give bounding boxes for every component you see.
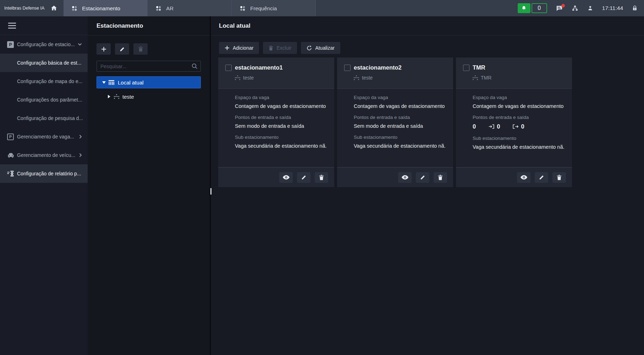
tree-node-local-atual[interactable]: Local atual (97, 76, 201, 88)
alert-dot (561, 4, 565, 7)
eye-icon (402, 175, 408, 180)
bell-icon (518, 3, 530, 13)
tab-frequencia[interactable]: Frequência (232, 0, 316, 16)
exit-count: 0 (513, 123, 524, 130)
card-checkbox[interactable] (463, 65, 469, 71)
home-button[interactable] (44, 0, 64, 16)
button-label: Atualizar (315, 45, 334, 51)
sidebar-item-configuracao-pesquisa[interactable]: Configuração de pesquisa d... (0, 109, 88, 127)
sidebar-item-label: Configuração de relatório p... (17, 171, 81, 176)
card-body: Espaço da vaga Contagem de vagas de esta… (337, 89, 453, 167)
estacionamento-panel: Estacionamento (88, 16, 211, 355)
plus-icon (101, 47, 106, 52)
sidebar-item-label: Gerenciamento de veícu... (17, 152, 75, 158)
panel-title: Estacionamento (88, 16, 210, 36)
atualizar-button[interactable]: Atualizar (301, 42, 340, 54)
user-icon (587, 5, 593, 11)
trash-icon (557, 175, 562, 180)
user-button[interactable] (587, 5, 593, 11)
edit-button[interactable] (416, 172, 429, 183)
parking-card-estacionamento1: estacionamento1 teste Espaço da vaga Con… (218, 58, 334, 187)
field-value: Contagem de vagas de estacionamento ... (473, 103, 564, 109)
sidebar-item-configuracao-basica[interactable]: Configuração básica de est... (0, 54, 88, 72)
eye-icon (283, 175, 290, 180)
tab-label: Estacionamento (82, 5, 120, 11)
sidebar-item-label: Configuração básica de est... (17, 60, 81, 66)
field-label: Espaço da vaga (235, 95, 326, 100)
card-checkbox[interactable] (225, 65, 232, 71)
sidebar-item-configuracao-relatorio[interactable]: Configuração de relatório p... (0, 164, 88, 183)
report-icon (7, 170, 17, 177)
clock: 17:11:44 (602, 5, 623, 11)
tab-label: AR (166, 5, 174, 11)
card-header: estacionamento2 teste (337, 58, 453, 89)
sidebar-item-label: Configuração de mapa do e... (17, 78, 82, 84)
delete-button[interactable] (434, 172, 447, 183)
trash-icon (269, 45, 273, 51)
adicionar-button[interactable]: Adicionar (219, 42, 259, 54)
trash-icon (438, 175, 443, 180)
card-body: Espaço da vaga Contagem de vagas de esta… (456, 89, 572, 167)
main-title: Local atual (212, 16, 644, 36)
edit-button[interactable] (297, 172, 310, 183)
collapse-menu-button[interactable] (0, 16, 88, 35)
pencil-icon (301, 175, 307, 180)
card-title: estacionamento1 (235, 64, 283, 71)
count-value: 0 (473, 123, 476, 130)
sidebar-item-configuracao-mapa[interactable]: Configuração de mapa do e... (0, 72, 88, 91)
tree-node-label: teste (122, 94, 134, 100)
parking-filled-icon: P (7, 41, 17, 48)
field-label: Pontos de entrada e saída (235, 115, 326, 120)
edit-button[interactable] (535, 172, 548, 183)
view-button[interactable] (279, 172, 293, 183)
tab-estacionamento[interactable]: Estacionamento (64, 0, 148, 16)
sidebar-item-gerenciamento-vagas[interactable]: P Gerenciamento de vaga... (0, 127, 88, 146)
trash-icon (138, 46, 143, 52)
caret-down-icon[interactable] (102, 81, 108, 84)
count-value: 0 (521, 123, 524, 130)
sidebar-item-gerenciamento-veiculos[interactable]: Gerenciamento de veícu... (0, 146, 88, 164)
parking-card-tmr: TMR TMR Espaço da vaga Contagem de vagas… (456, 58, 572, 187)
view-button[interactable] (517, 172, 530, 183)
field-label: Sub estacionamento (354, 135, 445, 140)
pencil-icon (420, 175, 425, 180)
card-footer (218, 167, 334, 187)
add-button[interactable] (97, 43, 111, 55)
topbar-right-cluster: 0 17:11:44 (518, 0, 644, 16)
tree-node-teste[interactable]: teste (88, 91, 210, 103)
search-input[interactable] (97, 61, 201, 72)
total-count: 0 (473, 123, 476, 130)
card-checkbox[interactable] (344, 65, 351, 71)
parking-outline-icon: P (7, 133, 17, 140)
tab-ar[interactable]: AR (148, 0, 232, 16)
button-label: Excluir (276, 45, 291, 51)
delete-button[interactable] (133, 43, 148, 55)
parking-card-estacionamento2: estacionamento2 teste Espaço da vaga Con… (337, 58, 453, 187)
edit-button[interactable] (115, 43, 129, 55)
excluir-button[interactable]: Excluir (263, 42, 297, 54)
home-icon (50, 5, 57, 12)
devices-button[interactable] (572, 5, 578, 11)
menu-icon (8, 23, 16, 29)
sidebar-item-configuracao-estacionamento[interactable]: P Configuração de estacio... (0, 35, 88, 54)
svg-text:P: P (9, 135, 12, 139)
card-header: TMR TMR (456, 58, 572, 89)
sidebar-item-configuracao-parametros[interactable]: Configurações dos parâmet... (0, 91, 88, 109)
module-tabs: Estacionamento AR Frequência (64, 0, 316, 16)
car-icon (7, 152, 17, 158)
card-body: Espaço da vaga Contagem de vagas de esta… (218, 89, 334, 167)
caret-right-icon[interactable] (108, 95, 114, 98)
grid-icon (155, 5, 161, 11)
lock-button[interactable] (632, 5, 638, 11)
delete-button[interactable] (552, 172, 566, 183)
entry-count: 0 (489, 123, 500, 130)
entry-icon (489, 124, 494, 129)
view-button[interactable] (398, 172, 412, 183)
panel-resize-handle[interactable] (210, 188, 211, 195)
notification-badge[interactable]: 0 (518, 3, 547, 13)
field-label: Espaço da vaga (473, 95, 564, 100)
delete-button[interactable] (315, 172, 328, 183)
sidebar: P Configuração de estacio... Configuraçã… (0, 16, 88, 355)
field-value: Vaga secundária de estacionamento nã... (354, 143, 445, 149)
alerts-button[interactable] (556, 5, 563, 11)
